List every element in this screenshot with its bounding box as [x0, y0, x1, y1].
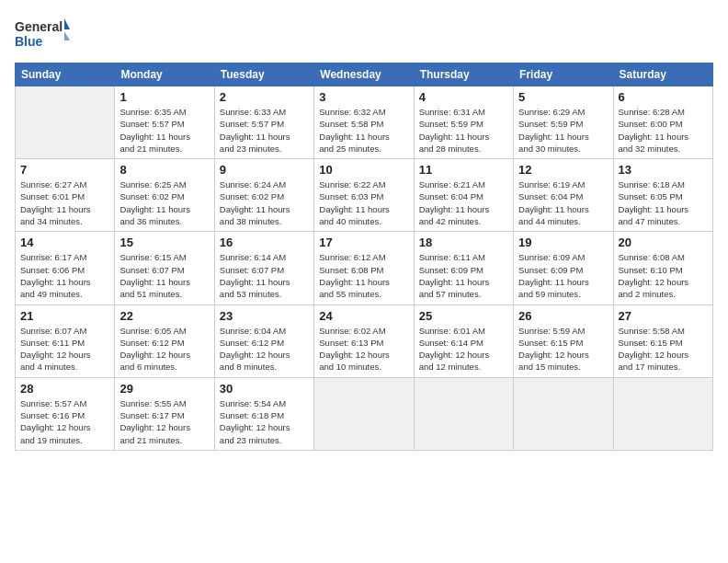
day-info: Sunrise: 6:22 AMSunset: 6:03 PMDaylight:… [319, 178, 408, 227]
svg-text:General: General [15, 19, 63, 34]
day-number: 20 [619, 236, 708, 249]
day-info: Sunrise: 6:02 AMSunset: 6:13 PMDaylight:… [319, 325, 408, 373]
calendar-week-row: 7Sunrise: 6:27 AMSunset: 6:01 PMDaylight… [16, 159, 713, 232]
calendar-cell: 26Sunrise: 5:59 AMSunset: 6:15 PMDayligh… [514, 304, 613, 377]
calendar-cell: 21Sunrise: 6:07 AMSunset: 6:11 PMDayligh… [16, 304, 115, 377]
calendar-week-row: 28Sunrise: 5:57 AMSunset: 6:16 PMDayligh… [16, 377, 713, 450]
day-info: Sunrise: 6:01 AMSunset: 6:14 PMDaylight:… [419, 325, 508, 373]
calendar-cell: 24Sunrise: 6:02 AMSunset: 6:13 PMDayligh… [314, 304, 414, 377]
calendar-cell: 2Sunrise: 6:33 AMSunset: 5:57 PMDaylight… [214, 86, 313, 159]
calendar-cell: 4Sunrise: 6:31 AMSunset: 5:59 PMDaylight… [414, 86, 513, 159]
day-info: Sunrise: 6:27 AMSunset: 6:01 PMDaylight:… [20, 178, 109, 227]
calendar-body: 1Sunrise: 6:35 AMSunset: 5:57 PMDaylight… [16, 86, 713, 451]
calendar-cell: 17Sunrise: 6:12 AMSunset: 6:08 PMDayligh… [314, 232, 414, 304]
logo-svg: General Blue [15, 15, 70, 55]
day-number: 3 [319, 90, 408, 104]
weekday-header-cell: Wednesday [314, 63, 414, 86]
day-number: 5 [518, 90, 608, 104]
calendar-cell: 13Sunrise: 6:18 AMSunset: 6:05 PMDayligh… [613, 159, 712, 232]
day-info: Sunrise: 6:18 AMSunset: 6:05 PMDaylight:… [619, 178, 708, 227]
day-info: Sunrise: 6:15 AMSunset: 6:07 PMDaylight:… [119, 251, 209, 300]
day-info: Sunrise: 6:05 AMSunset: 6:12 PMDaylight:… [119, 325, 209, 373]
day-number: 27 [619, 309, 708, 323]
day-number: 29 [119, 382, 209, 396]
calendar-cell: 29Sunrise: 5:55 AMSunset: 6:17 PMDayligh… [115, 377, 214, 450]
day-info: Sunrise: 5:57 AMSunset: 6:16 PMDaylight:… [20, 397, 109, 446]
day-info: Sunrise: 5:59 AMSunset: 6:15 PMDaylight:… [518, 325, 608, 373]
day-info: Sunrise: 6:17 AMSunset: 6:06 PMDaylight:… [20, 251, 109, 300]
calendar-cell: 28Sunrise: 5:57 AMSunset: 6:16 PMDayligh… [16, 377, 115, 450]
day-info: Sunrise: 6:09 AMSunset: 6:09 PMDaylight:… [518, 251, 608, 300]
svg-marker-2 [64, 18, 70, 29]
day-number: 15 [119, 236, 209, 249]
day-number: 1 [119, 90, 209, 104]
calendar-cell: 22Sunrise: 6:05 AMSunset: 6:12 PMDayligh… [115, 304, 214, 377]
calendar-cell: 11Sunrise: 6:21 AMSunset: 6:04 PMDayligh… [414, 159, 513, 232]
calendar-cell [16, 86, 115, 159]
calendar-cell: 5Sunrise: 6:29 AMSunset: 5:59 PMDaylight… [514, 86, 613, 159]
calendar-week-row: 1Sunrise: 6:35 AMSunset: 5:57 PMDaylight… [16, 86, 713, 159]
calendar-cell: 23Sunrise: 6:04 AMSunset: 6:12 PMDayligh… [214, 304, 313, 377]
day-info: Sunrise: 6:32 AMSunset: 5:58 PMDaylight:… [319, 106, 408, 155]
calendar-cell [314, 377, 414, 450]
calendar-table: SundayMondayTuesdayWednesdayThursdayFrid… [15, 63, 713, 451]
calendar-cell: 16Sunrise: 6:14 AMSunset: 6:07 PMDayligh… [214, 232, 313, 304]
calendar-cell: 19Sunrise: 6:09 AMSunset: 6:09 PMDayligh… [514, 232, 613, 304]
day-number: 7 [20, 163, 109, 177]
day-number: 14 [20, 236, 109, 249]
day-number: 17 [319, 236, 408, 249]
weekday-header-cell: Tuesday [214, 63, 313, 86]
day-info: Sunrise: 6:12 AMSunset: 6:08 PMDaylight:… [319, 251, 408, 300]
day-number: 4 [419, 90, 508, 104]
calendar-cell [613, 377, 712, 450]
calendar-cell: 7Sunrise: 6:27 AMSunset: 6:01 PMDaylight… [16, 159, 115, 232]
day-number: 28 [20, 382, 109, 396]
calendar-cell: 1Sunrise: 6:35 AMSunset: 5:57 PMDaylight… [115, 86, 214, 159]
day-number: 6 [619, 90, 708, 104]
day-info: Sunrise: 6:33 AMSunset: 5:57 PMDaylight:… [220, 106, 309, 155]
day-info: Sunrise: 6:21 AMSunset: 6:04 PMDaylight:… [419, 178, 508, 227]
calendar-cell: 25Sunrise: 6:01 AMSunset: 6:14 PMDayligh… [414, 304, 513, 377]
weekday-header-cell: Saturday [613, 63, 712, 86]
day-info: Sunrise: 6:24 AMSunset: 6:02 PMDaylight:… [220, 178, 309, 227]
calendar-cell: 20Sunrise: 6:08 AMSunset: 6:10 PMDayligh… [613, 232, 712, 304]
day-info: Sunrise: 6:28 AMSunset: 6:00 PMDaylight:… [619, 106, 708, 155]
day-number: 2 [220, 90, 309, 104]
day-info: Sunrise: 6:08 AMSunset: 6:10 PMDaylight:… [619, 251, 708, 300]
logo: General Blue [15, 15, 70, 55]
weekday-header-cell: Friday [514, 63, 613, 86]
calendar-week-row: 14Sunrise: 6:17 AMSunset: 6:06 PMDayligh… [16, 232, 713, 304]
day-number: 16 [220, 236, 309, 249]
day-number: 30 [220, 382, 309, 396]
day-info: Sunrise: 5:55 AMSunset: 6:17 PMDaylight:… [119, 397, 209, 446]
day-info: Sunrise: 6:07 AMSunset: 6:11 PMDaylight:… [20, 325, 109, 373]
calendar-cell: 3Sunrise: 6:32 AMSunset: 5:58 PMDaylight… [314, 86, 414, 159]
day-number: 13 [619, 163, 708, 177]
calendar-week-row: 21Sunrise: 6:07 AMSunset: 6:11 PMDayligh… [16, 304, 713, 377]
day-info: Sunrise: 6:11 AMSunset: 6:09 PMDaylight:… [419, 251, 508, 300]
weekday-header-cell: Sunday [16, 63, 115, 86]
day-info: Sunrise: 5:58 AMSunset: 6:15 PMDaylight:… [619, 325, 708, 373]
day-number: 18 [419, 236, 508, 249]
day-info: Sunrise: 6:35 AMSunset: 5:57 PMDaylight:… [119, 106, 209, 155]
day-info: Sunrise: 6:29 AMSunset: 5:59 PMDaylight:… [518, 106, 608, 155]
calendar-cell: 15Sunrise: 6:15 AMSunset: 6:07 PMDayligh… [115, 232, 214, 304]
day-number: 24 [319, 309, 408, 323]
calendar-cell [514, 377, 613, 450]
day-number: 9 [220, 163, 309, 177]
calendar-cell: 30Sunrise: 5:54 AMSunset: 6:18 PMDayligh… [214, 377, 313, 450]
calendar-cell: 8Sunrise: 6:25 AMSunset: 6:02 PMDaylight… [115, 159, 214, 232]
calendar-cell [414, 377, 513, 450]
calendar-cell: 14Sunrise: 6:17 AMSunset: 6:06 PMDayligh… [16, 232, 115, 304]
day-number: 19 [518, 236, 608, 249]
day-number: 26 [518, 309, 608, 323]
calendar-cell: 27Sunrise: 5:58 AMSunset: 6:15 PMDayligh… [613, 304, 712, 377]
day-info: Sunrise: 5:54 AMSunset: 6:18 PMDaylight:… [220, 397, 309, 446]
day-number: 8 [119, 163, 209, 177]
day-number: 10 [319, 163, 408, 177]
day-number: 12 [518, 163, 608, 177]
day-info: Sunrise: 6:25 AMSunset: 6:02 PMDaylight:… [119, 178, 209, 227]
svg-text:Blue: Blue [15, 34, 43, 49]
svg-marker-3 [64, 31, 70, 40]
page-header: General Blue [15, 15, 713, 55]
